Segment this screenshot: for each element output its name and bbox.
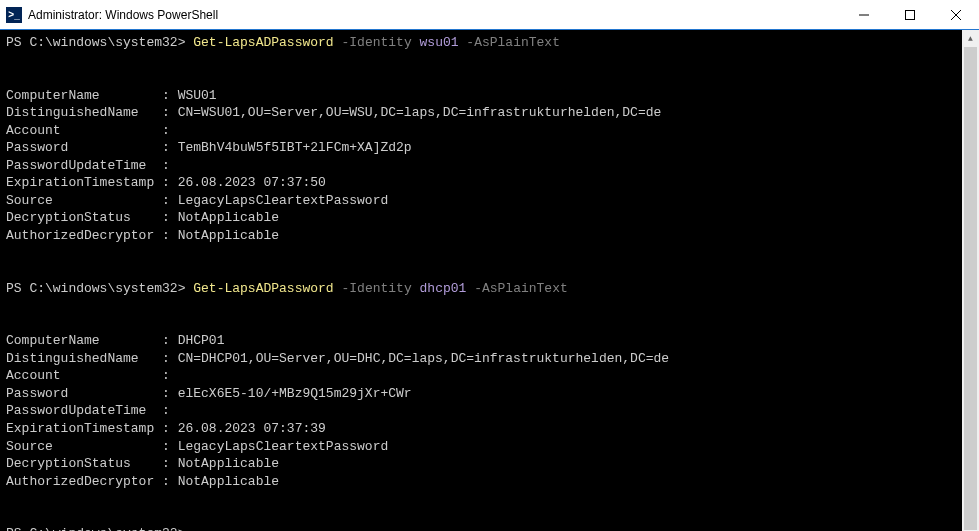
- output-line: ComputerName : WSU01: [6, 88, 217, 103]
- param: -Identity: [342, 281, 412, 296]
- close-button[interactable]: [933, 0, 979, 29]
- output-line: PasswordUpdateTime :: [6, 403, 178, 418]
- output-line: ExpirationTimestamp : 26.08.2023 07:37:3…: [6, 421, 326, 436]
- minimize-button[interactable]: [841, 0, 887, 29]
- output-line: ComputerName : DHCP01: [6, 333, 224, 348]
- prompt: PS C:\windows\system32>: [6, 35, 185, 50]
- output-line: DecryptionStatus : NotApplicable: [6, 456, 279, 471]
- param: -AsPlainText: [466, 35, 560, 50]
- output-line: Source : LegacyLapsCleartextPassword: [6, 193, 388, 208]
- output-line: AuthorizedDecryptor : NotApplicable: [6, 228, 279, 243]
- output-line: Account :: [6, 368, 178, 383]
- output-line: DistinguishedName : CN=DHCP01,OU=Server,…: [6, 351, 669, 366]
- close-icon: [951, 10, 961, 20]
- param: -Identity: [342, 35, 412, 50]
- cmdlet: Get-LapsADPassword: [193, 281, 333, 296]
- prompt: PS C:\windows\system32>: [6, 526, 185, 531]
- terminal-container: PS C:\windows\system32> Get-LapsADPasswo…: [0, 30, 979, 531]
- output-line: ExpirationTimestamp : 26.08.2023 07:37:5…: [6, 175, 326, 190]
- output-line: Password : elEcX6E5-10/+MBz9Q15m29jXr+CW…: [6, 386, 412, 401]
- scroll-track[interactable]: [962, 47, 979, 530]
- cmdlet: Get-LapsADPassword: [193, 35, 333, 50]
- prompt: PS C:\windows\system32>: [6, 281, 185, 296]
- window-title: Administrator: Windows PowerShell: [28, 8, 841, 22]
- window-controls: [841, 0, 979, 29]
- svg-rect-1: [906, 10, 915, 19]
- output-line: Account :: [6, 123, 178, 138]
- scroll-thumb[interactable]: [964, 47, 977, 530]
- output-line: DistinguishedName : CN=WSU01,OU=Server,O…: [6, 105, 661, 120]
- output-line: Source : LegacyLapsCleartextPassword: [6, 439, 388, 454]
- vertical-scrollbar[interactable]: ▲ ▼: [962, 30, 979, 531]
- powershell-icon: >_: [6, 7, 22, 23]
- output-line: Password : TemBhV4buW5f5IBT+2lFCm+XA]Zd2…: [6, 140, 412, 155]
- param: -AsPlainText: [474, 281, 568, 296]
- param-value: dhcp01: [420, 281, 467, 296]
- window-titlebar: >_ Administrator: Windows PowerShell: [0, 0, 979, 30]
- scroll-up-arrow[interactable]: ▲: [962, 30, 979, 47]
- minimize-icon: [859, 10, 869, 20]
- output-line: PasswordUpdateTime :: [6, 158, 178, 173]
- terminal-output[interactable]: PS C:\windows\system32> Get-LapsADPasswo…: [0, 30, 962, 531]
- param-value: wsu01: [420, 35, 459, 50]
- output-line: DecryptionStatus : NotApplicable: [6, 210, 279, 225]
- maximize-button[interactable]: [887, 0, 933, 29]
- output-line: AuthorizedDecryptor : NotApplicable: [6, 474, 279, 489]
- maximize-icon: [905, 10, 915, 20]
